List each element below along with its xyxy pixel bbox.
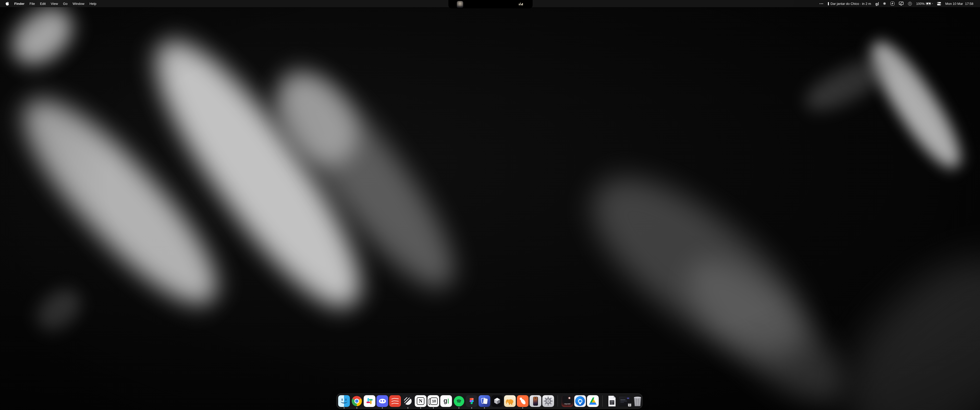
postico-elephant-icon bbox=[504, 395, 516, 407]
dock-raycast[interactable]: raycast bbox=[562, 395, 573, 407]
toggle-pill bbox=[937, 4, 941, 5]
dock-postico[interactable] bbox=[504, 395, 516, 407]
google-drive-icon bbox=[587, 395, 599, 407]
spline-cube-icon bbox=[491, 395, 503, 407]
dock-notion-calendar[interactable]: 10 bbox=[428, 395, 439, 407]
menu-item-go[interactable]: Go bbox=[60, 0, 70, 7]
linear-icon bbox=[402, 395, 414, 407]
system-settings-gear-icon bbox=[542, 395, 554, 407]
notion-n-glyph: N bbox=[417, 397, 425, 405]
dock-spline[interactable] bbox=[491, 395, 503, 407]
raycast-wordmark: raycast bbox=[564, 403, 571, 405]
dock-1password[interactable] bbox=[574, 395, 586, 407]
granola-menu-icon[interactable]: g bbox=[875, 2, 879, 6]
paste-icon bbox=[479, 395, 490, 407]
dock-discord[interactable] bbox=[376, 395, 388, 407]
notch-media-widget[interactable] bbox=[449, 0, 533, 8]
battery-percent: 100% bbox=[916, 2, 924, 6]
dock-todoist[interactable] bbox=[389, 395, 401, 407]
menu-item-view[interactable]: View bbox=[48, 0, 60, 7]
dock-google-drive[interactable] bbox=[587, 395, 599, 407]
granola-icon: g bbox=[440, 395, 452, 407]
display-icon bbox=[899, 2, 904, 6]
postman-icon bbox=[517, 395, 528, 407]
screenshot-thumbnail: 11 bbox=[619, 395, 631, 407]
toggle-pill bbox=[937, 2, 941, 3]
dock-iphone-mirroring[interactable] bbox=[530, 395, 541, 407]
display-mirroring-menu-icon[interactable] bbox=[899, 2, 904, 6]
calendar-day-glyph: 10 bbox=[430, 397, 438, 405]
menu-item-window[interactable]: Window bbox=[70, 0, 87, 7]
battery-icon bbox=[926, 2, 931, 5]
dock-system-settings[interactable] bbox=[542, 395, 554, 407]
spotify-icon bbox=[453, 395, 465, 407]
battery-status[interactable]: 100% bbox=[916, 2, 933, 6]
overflow-menu-icon[interactable]: ••• bbox=[819, 2, 824, 5]
wallpaper-vignette bbox=[0, 0, 980, 410]
reminder-bar-icon bbox=[828, 2, 829, 5]
clock-date: Mon 10 Mar bbox=[945, 2, 963, 6]
menu-item-help[interactable]: Help bbox=[87, 0, 99, 7]
menu-bar-clock[interactable]: Mon 10 Mar 17:58 bbox=[945, 2, 974, 6]
dock-screenshot-file[interactable]: 11 bbox=[619, 395, 631, 407]
dock-figma[interactable] bbox=[466, 395, 477, 407]
control-center-icon[interactable] bbox=[937, 2, 941, 5]
dock-finder[interactable] bbox=[338, 395, 350, 407]
menu-bar-left: Finder File Edit View Go Window Help bbox=[0, 0, 99, 7]
dock-postman[interactable] bbox=[517, 395, 528, 407]
document-file-icon bbox=[606, 395, 618, 407]
chrome-icon bbox=[351, 395, 363, 407]
flower-menu-icon[interactable]: ❋ bbox=[883, 2, 886, 5]
dock-paste[interactable] bbox=[479, 395, 490, 407]
now-playing-equalizer-icon bbox=[519, 2, 523, 5]
dock-slack[interactable] bbox=[364, 395, 375, 407]
calendar-badge-icon: 11 bbox=[628, 403, 632, 407]
granola-g-glyph: g bbox=[875, 2, 878, 6]
macos-desktop: { "menu_bar": { "apple_icon": "apple-log… bbox=[0, 0, 980, 410]
reminder-menu-item[interactable]: Dar jantar do Chico · in 2 m bbox=[828, 2, 871, 6]
granola-caret-icon bbox=[878, 2, 879, 5]
apple-menu[interactable] bbox=[6, 0, 12, 7]
dock-granola[interactable]: g bbox=[440, 395, 452, 407]
notion-icon: N bbox=[415, 395, 426, 407]
menu-item-edit[interactable]: Edit bbox=[38, 0, 48, 7]
dock-google-chrome[interactable] bbox=[351, 395, 363, 407]
raycast-diamond-glyph bbox=[568, 397, 570, 399]
squircle-shape-icon bbox=[891, 2, 894, 6]
dock-linear[interactable] bbox=[402, 395, 414, 407]
keyhole-ring-icon bbox=[908, 2, 912, 6]
clock-time: 17:58 bbox=[965, 2, 974, 6]
desktop-wallpaper bbox=[0, 0, 980, 410]
reminder-text: Dar jantar do Chico · in 2 m bbox=[830, 2, 871, 6]
charging-bolt-icon bbox=[928, 3, 930, 5]
menu-bar-status-area: ••• Dar jantar do Chico · in 2 m g ❋ 100… bbox=[819, 0, 974, 7]
dock-separator bbox=[602, 396, 603, 407]
dock-document-file[interactable] bbox=[606, 395, 618, 407]
shape-app-menu-icon[interactable] bbox=[891, 2, 894, 6]
one-password-icon bbox=[574, 395, 586, 407]
dock: N 10 g bbox=[336, 393, 643, 409]
slack-icon bbox=[364, 395, 375, 407]
figma-icon bbox=[466, 395, 477, 407]
dock-spotify[interactable] bbox=[453, 395, 465, 407]
dock-notion[interactable]: N bbox=[415, 395, 426, 407]
menu-item-finder[interactable]: Finder bbox=[12, 0, 27, 7]
one-password-menu-icon[interactable] bbox=[908, 2, 912, 6]
iphone-mirroring-icon bbox=[530, 395, 541, 407]
discord-icon bbox=[376, 395, 388, 407]
raycast-icon: raycast bbox=[562, 395, 573, 407]
granola-g-glyph: g bbox=[444, 397, 447, 404]
menu-item-file[interactable]: File bbox=[27, 0, 38, 7]
now-playing-album-art[interactable] bbox=[457, 1, 463, 8]
battery-nub bbox=[932, 3, 933, 4]
todoist-icon bbox=[389, 395, 401, 407]
granola-caret bbox=[448, 399, 449, 404]
trash-icon bbox=[632, 395, 643, 407]
notion-calendar-icon: 10 bbox=[428, 395, 439, 407]
finder-icon bbox=[338, 395, 350, 407]
apple-logo-icon bbox=[6, 2, 9, 6]
dock-trash[interactable] bbox=[632, 395, 643, 407]
